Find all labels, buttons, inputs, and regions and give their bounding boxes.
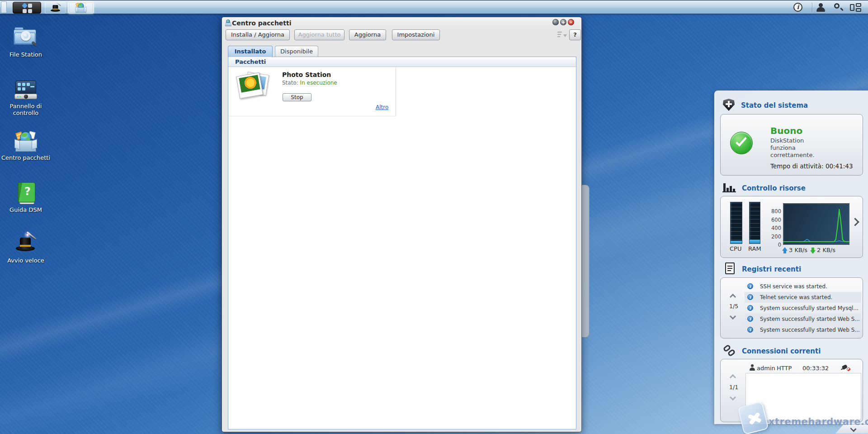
network-chart-svg [783,203,849,243]
info-icon: i [747,283,753,289]
maximize-button[interactable]: + [560,19,566,25]
status-description: DiskStation funziona correttamente. [770,137,825,159]
package-center-icon [14,131,37,152]
close-button[interactable]: ✕ [568,19,574,25]
desktop-icon-dsm-help[interactable]: ? Guida DSM [1,182,51,213]
main-menu-button[interactable] [13,2,41,14]
connection-protocol: HTTP [777,365,792,372]
magic-hat-icon [50,2,61,14]
y-tick: 800 [766,208,781,215]
user-icon [750,364,755,371]
cpu-meter [730,202,742,244]
photo-station-icon [236,72,272,102]
resource-monitor-title: Controllo risorse [742,184,806,192]
minimize-button[interactable] [552,19,559,25]
main-menu-icon [23,4,32,13]
connection-user: admin [757,365,775,372]
package-center-icon [75,3,87,14]
connection-time: 00:33:32 [802,365,829,372]
package-status: Stato: In esecuzione [282,80,337,86]
desktop-icon-file-station[interactable]: File Station [1,26,51,58]
log-text: System successfully started Web S... [760,314,860,324]
connections-page-down-icon[interactable] [730,394,736,401]
log-row[interactable]: i System successfully started Web S... [745,324,861,335]
status-ok-icon [730,132,753,154]
desktop-icon-control-panel[interactable]: Pannello di controllo [1,81,51,116]
chevron-right-icon[interactable] [851,218,859,226]
ram-meter [749,202,760,244]
more-link[interactable]: Altro [376,104,388,110]
chain-link-icon [723,345,736,358]
bar-chart-icon [722,182,736,192]
y-tick: 0 [766,242,781,248]
upload-arrow-icon [782,247,788,254]
log-text: Telnet service was started. [760,292,832,303]
disconnect-icon[interactable] [842,364,851,372]
tab-available[interactable]: Disponibile [275,46,318,57]
connections-pager: 1/1 [729,384,738,391]
control-panel-icon [14,81,37,100]
info-icon: i [747,327,753,333]
sort-descending-icon[interactable] [557,31,566,38]
log-row[interactable]: i System successfully started Mysql... [745,303,861,314]
download-arrow-icon [810,247,816,254]
show-desktop-button[interactable] [1,1,7,13]
log-text: SSH service was started. [760,281,827,292]
stop-button[interactable]: Stop [283,93,311,101]
update-all-button[interactable]: Aggiorna tutto [294,29,344,40]
logs-pager: 1/5 [729,303,738,310]
info-icon: i [747,305,753,311]
info-icon: i [747,316,753,322]
ram-label: RAM [748,245,761,252]
desktop-icon-label: File Station [1,51,51,58]
taskbar-package-center-button[interactable] [68,2,94,14]
upload-rate: 3 KB/s [789,247,807,253]
download-rate: 2 KB/s [817,247,835,253]
shield-icon [723,99,735,111]
logs-page-up-icon[interactable] [730,294,736,300]
status-word: Buono [770,125,802,136]
info-icon[interactable]: i [793,3,802,12]
help-button[interactable]: ? [569,29,581,40]
refresh-button[interactable]: Aggiorna [349,29,386,40]
uptime-label: Tempo di attività: 00:41:43 [770,162,853,170]
window-package-icon [225,20,231,26]
y-tick: 600 [766,217,781,223]
grid-divider [396,67,396,116]
package-list-area: Pacchetti Photo Station Stato: In esecuz… [228,57,576,429]
grid-divider [228,116,396,116]
taskbar: i [0,0,868,14]
desktop-icon-package-center[interactable]: Centro pacchetti [1,131,51,161]
log-row[interactable]: i Telnet service was started. [745,292,861,303]
desktop-icon-quick-start[interactable]: Avvio veloce [1,232,51,264]
section-header: Pacchetti [228,57,576,67]
install-update-button[interactable]: Installa / Aggiorna [226,29,290,40]
connections-card: 1/1 admin HTTP 00:33:32 [720,359,863,422]
taskbar-separator [812,3,812,12]
system-status-title: Stato del sistema [741,101,808,110]
log-text: System successfully started Mysql... [760,303,859,314]
desktop: File Station Pannello di controllo Centr… [0,0,868,434]
desktop-icon-label: Avvio veloce [1,257,51,264]
network-traffic-graph [783,203,849,245]
user-icon[interactable] [816,3,825,12]
tab-installed[interactable]: Installato [228,46,273,57]
log-row[interactable]: i System successfully started Web S... [745,314,861,324]
system-status-card: Buono DiskStation funziona correttamente… [720,114,863,176]
resource-monitor-card: CPU RAM 800 600 400 200 0 3 KB/s 2 KB/s [720,196,863,258]
search-icon[interactable] [834,3,844,11]
settings-button[interactable]: Impostazioni [392,29,440,40]
widget-panel: Stato del sistema Buono DiskStation funz… [714,91,868,424]
widgets-icon[interactable] [850,3,862,12]
y-tick: 200 [766,234,781,240]
connections-list-area [745,373,861,420]
status-value: In esecuzione [300,80,337,86]
taskbar-quick-start-button[interactable] [45,2,66,14]
recent-logs-title: Registri recenti [742,265,801,273]
logs-page-down-icon[interactable] [730,313,736,320]
document-icon [725,262,735,274]
connections-title: Connessioni correnti [742,347,821,355]
connections-page-up-icon[interactable] [730,374,736,381]
desktop-icon-label: Guida DSM [1,206,51,213]
log-row[interactable]: i SSH service was started. [745,281,861,292]
